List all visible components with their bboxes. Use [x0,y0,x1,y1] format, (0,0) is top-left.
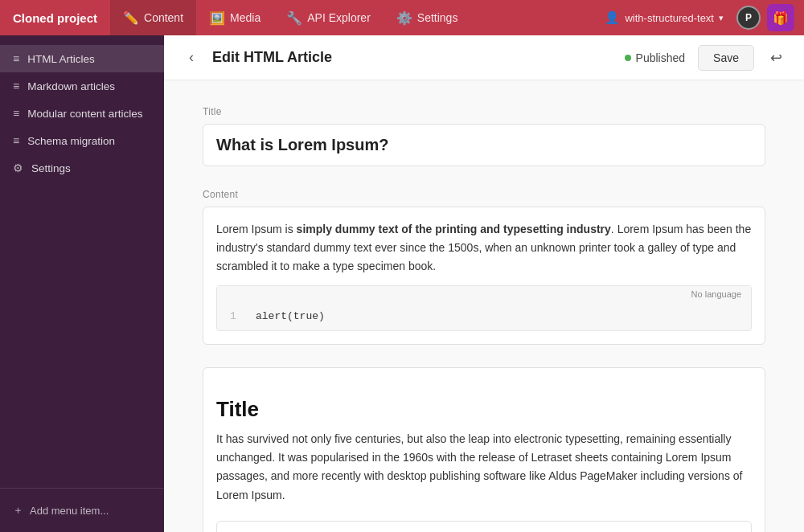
code-line-content: alert(true) [256,310,325,322]
rich-content-box[interactable]: Title It has survived not only five cent… [203,367,765,532]
sidebar-item-schema-migration[interactable]: ≡ Schema migration [0,127,164,154]
gift-button[interactable]: 🎁 [767,4,794,31]
user-menu[interactable]: 👤 with-structured-text ▾ [598,7,730,28]
status-area: Published [625,51,686,64]
content-label: Content [203,189,765,200]
nav-right: 👤 with-structured-text ▾ P 🎁 [598,4,794,31]
sidebar-item-settings[interactable]: ⚙ Settings [0,154,164,182]
article-editor: Title What is Lorem Ipsum? Content Lorem… [164,80,804,532]
list-icon-2: ≡ [13,80,19,92]
rich-title: Title [216,397,752,422]
save-button[interactable]: Save [698,45,754,71]
nav-settings[interactable]: ⚙️ Settings [384,0,471,35]
sidebar-footer: ＋ Add menu item... [0,488,164,532]
api-icon: 🔧 [286,10,302,26]
rich-text: It has survived not only five centuries,… [216,430,752,504]
code-language-label: No language [691,289,741,299]
status-label: Published [636,51,686,64]
content-editor[interactable]: Lorem Ipsum is simply dummy text of the … [203,207,765,345]
list-icon-3: ≡ [13,107,19,120]
nav-api-explorer[interactable]: 🔧 API Explorer [273,0,384,35]
image-field: Image Lorem [216,521,752,532]
exit-button[interactable]: ↩ [764,46,788,70]
content-icon: ✏️ [123,10,139,26]
user-icon: 👤 [605,10,620,25]
content-field-group: Content Lorem Ipsum is simply dummy text… [203,189,765,345]
avatar[interactable]: P [736,6,761,30]
title-input[interactable]: What is Lorem Ipsum? [203,124,765,166]
back-button[interactable]: ‹ [180,47,203,69]
list-icon-4: ≡ [13,134,19,147]
nav-content[interactable]: ✏️ Content [110,0,196,35]
status-dot [625,55,631,61]
exit-icon: ↩ [770,49,782,67]
edit-header: ‹ Edit HTML Article Published Save ↩ [164,35,804,80]
page-title: Edit HTML Article [212,49,625,66]
list-icon-1: ≡ [13,52,19,65]
nav-media[interactable]: 🖼️ Media [196,0,273,35]
code-block: No language 1 alert(true) [216,285,752,331]
content-paragraph: Lorem Ipsum is simply dummy text of the … [216,220,752,276]
content-bold: simply dummy text of the printing and ty… [297,223,611,235]
nav-items: ✏️ Content 🖼️ Media 🔧 API Explorer ⚙️ Se… [110,0,598,35]
code-line-number: 1 [230,310,243,322]
media-icon: 🖼️ [209,10,225,26]
sidebar-item-markdown-articles[interactable]: ≡ Markdown articles [0,72,164,100]
title-field-group: Title What is Lorem Ipsum? [203,106,765,166]
gear-icon: ⚙ [13,162,23,174]
top-navigation: Cloned project ✏️ Content 🖼️ Media 🔧 API… [0,0,804,35]
code-block-body: 1 alert(true) [217,302,751,330]
chevron-down-icon: ▾ [719,13,724,23]
plus-icon: ＋ [13,503,23,518]
title-label: Title [203,106,765,117]
sidebar-items: ≡ HTML Articles ≡ Markdown articles ≡ Mo… [0,35,164,488]
app-layout: ≡ HTML Articles ≡ Markdown articles ≡ Mo… [0,35,804,532]
sidebar: ≡ HTML Articles ≡ Markdown articles ≡ Mo… [0,35,164,532]
add-menu-item-button[interactable]: ＋ Add menu item... [13,498,151,522]
code-block-header: No language [217,286,751,302]
gift-icon: 🎁 [773,10,789,26]
back-arrow-icon: ‹ [189,49,194,66]
main-content: ‹ Edit HTML Article Published Save ↩ Tit… [164,35,804,532]
sidebar-item-html-articles[interactable]: ≡ HTML Articles [0,45,164,72]
rich-content-group: Title It has survived not only five cent… [203,367,765,532]
brand-logo[interactable]: Cloned project [10,11,110,25]
sidebar-item-modular-content[interactable]: ≡ Modular content articles [0,100,164,127]
settings-nav-icon: ⚙️ [396,10,412,26]
content-intro: Lorem Ipsum is [216,223,297,235]
